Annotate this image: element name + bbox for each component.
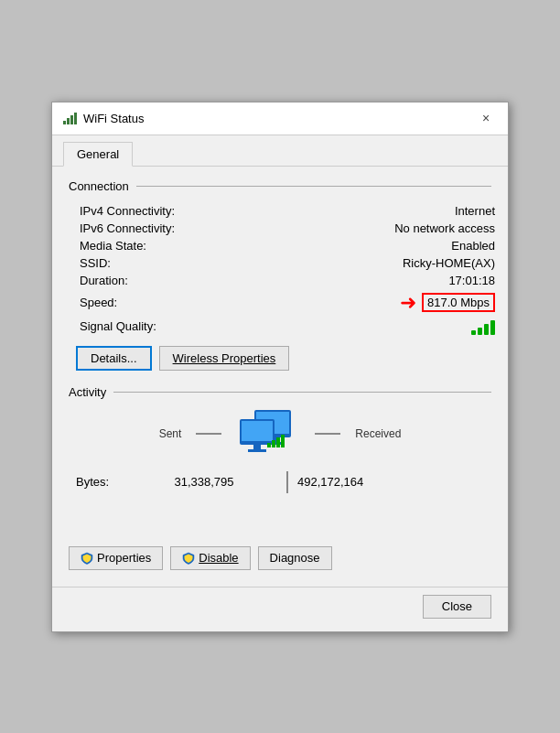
svg-rect-9 [242, 421, 273, 441]
svg-rect-12 [267, 443, 271, 447]
ipv4-value: Internet [204, 202, 499, 220]
section-divider [136, 186, 491, 187]
bottom-buttons: Properties Disable Diagnose [52, 537, 508, 583]
window-title: WiFi Status [83, 112, 475, 125]
bytes-divider [286, 471, 288, 493]
sent-dash [196, 433, 221, 435]
table-row: Media State: Enabled [76, 237, 499, 254]
speed-value: 817.0 Mbps [422, 293, 495, 312]
properties-button[interactable]: Properties [69, 546, 163, 570]
svg-rect-1 [67, 118, 70, 124]
svg-rect-15 [281, 435, 285, 447]
close-area: Close [52, 587, 508, 631]
title-bar: WiFi Status × [52, 102, 508, 135]
signal-bar-1 [471, 330, 476, 335]
ipv6-value: No network access [204, 220, 499, 237]
bytes-row: Bytes: 31,338,795 492,172,164 [76, 468, 491, 497]
network-visual: Sent [69, 408, 491, 460]
activity-section: Activity Sent [69, 385, 491, 497]
bytes-received: 492,172,164 [297, 475, 363, 489]
connection-section: Connection IPv4 Connectivity: Internet I… [69, 179, 491, 371]
section-divider [113, 392, 491, 393]
ipv6-label: IPv6 Connectivity: [76, 220, 204, 237]
close-dialog-button[interactable]: Close [423, 595, 491, 619]
svg-rect-10 [253, 445, 261, 449]
connection-header: Connection [69, 179, 491, 193]
disable-button[interactable]: Disable [170, 546, 250, 570]
wifi-status-dialog: WiFi Status × General Connection IPv4 Co… [51, 102, 509, 632]
signal-label: Signal Quality: [76, 317, 204, 337]
speed-value-cell: ➜ 817.0 Mbps [204, 289, 499, 317]
duration-label: Duration: [76, 272, 204, 289]
svg-rect-3 [74, 113, 77, 124]
table-row: IPv4 Connectivity: Internet [76, 202, 499, 220]
signal-quality-bars [471, 318, 495, 335]
shield-icon [81, 552, 93, 565]
media-state-label: Media State: [76, 237, 204, 254]
bytes-sent: 31,338,795 [131, 475, 277, 489]
connection-buttons: Details... Wireless Properties [76, 346, 491, 371]
signal-bar-2 [478, 328, 482, 335]
connection-table: IPv4 Connectivity: Internet IPv6 Connect… [76, 202, 499, 337]
signal-value-cell [204, 317, 499, 337]
table-row: SSID: Ricky-HOME(AX) [76, 254, 499, 272]
svg-rect-0 [63, 121, 66, 124]
svg-rect-11 [248, 449, 266, 452]
media-state-value: Enabled [204, 237, 499, 254]
sent-label: Sent [159, 427, 182, 440]
diagnose-button[interactable]: Diagnose [258, 546, 332, 570]
ipv4-label: IPv4 Connectivity: [76, 202, 204, 220]
table-row: IPv6 Connectivity: No network access [76, 220, 499, 237]
window-close-button[interactable]: × [475, 107, 497, 129]
shield-icon-2 [182, 552, 195, 565]
details-button[interactable]: Details... [76, 346, 152, 371]
tab-general[interactable]: General [63, 142, 133, 167]
signal-bar-3 [484, 324, 489, 335]
bytes-label: Bytes: [76, 475, 131, 489]
svg-rect-14 [276, 437, 280, 447]
wireless-properties-button[interactable]: Wireless Properties [159, 346, 290, 371]
signal-bar-4 [490, 320, 495, 335]
speed-row: Speed: ➜ 817.0 Mbps [76, 289, 499, 317]
received-label: Received [355, 427, 401, 440]
svg-rect-13 [272, 440, 275, 447]
disable-label: Disable [199, 551, 238, 565]
table-row: Duration: 17:01:18 [76, 272, 499, 289]
ssid-value: Ricky-HOME(AX) [204, 254, 499, 272]
svg-rect-2 [70, 115, 73, 124]
right-arrow-icon: ➜ [400, 291, 416, 315]
ssid-label: SSID: [76, 254, 204, 272]
tab-bar: General [52, 135, 508, 167]
speed-label: Speed: [76, 289, 204, 317]
duration-value: 17:01:18 [204, 272, 499, 289]
wifi-icon [63, 112, 78, 124]
network-icon-svg [236, 408, 300, 458]
signal-row: Signal Quality: [76, 317, 499, 337]
computer-icon [236, 408, 300, 460]
dialog-content: Connection IPv4 Connectivity: Internet I… [52, 167, 508, 537]
activity-header: Activity [69, 385, 491, 399]
received-dash [315, 433, 340, 435]
speed-arrow-container: ➜ 817.0 Mbps [208, 291, 495, 315]
